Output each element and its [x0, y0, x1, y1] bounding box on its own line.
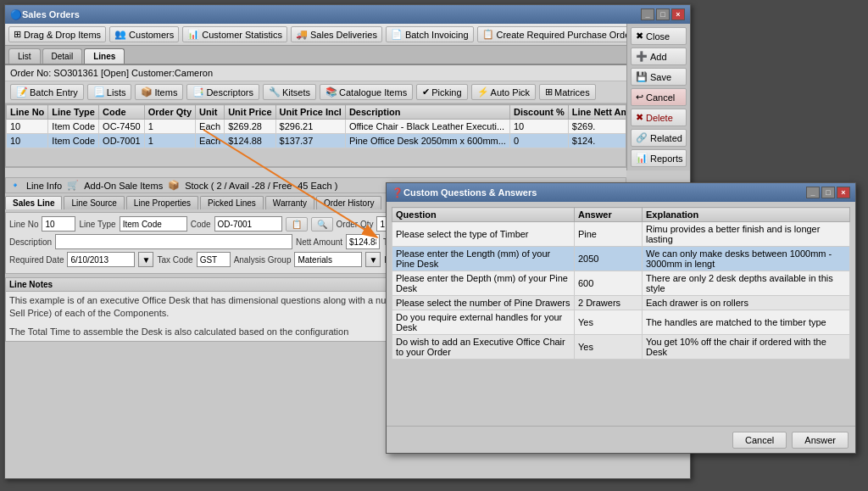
qa-row[interactable]: Please select the number of Pine Drawers…	[392, 296, 850, 310]
qa-row[interactable]: Please enter the Length (mm) of your Pin…	[392, 247, 850, 271]
dialog-title-text: Custom Questions & Answers	[403, 187, 537, 198]
kitsets-btn[interactable]: 🔧 Kitsets	[263, 84, 316, 100]
col-discount[interactable]: Discount %	[509, 105, 568, 120]
maximize-btn[interactable]: □	[656, 8, 670, 20]
tab-lines[interactable]: Lines	[84, 48, 125, 64]
matrices-btn[interactable]: ⊞ Matrices	[539, 84, 596, 100]
add-btn[interactable]: ➕ Add	[631, 47, 687, 65]
qa-row[interactable]: Please select the type of Timber Pine Ri…	[392, 222, 850, 247]
subtab-order-history[interactable]: Order History	[316, 196, 381, 209]
dialog-footer: Cancel Answer	[387, 426, 855, 453]
required-date-input[interactable]	[67, 252, 135, 267]
delete-btn[interactable]: ✖ Delete	[631, 109, 687, 126]
lines-table: Line No Line Type Code Order Qty Unit Un…	[6, 104, 626, 148]
customers-btn[interactable]: 👥 Customers	[109, 26, 179, 42]
dialog-maximize-btn[interactable]: □	[821, 187, 835, 198]
title-bar: 🔵 Sales Orders _ □ ×	[5, 5, 690, 24]
col-explanation[interactable]: Explanation	[642, 208, 849, 222]
code-search-btn[interactable]: 🔍	[311, 217, 333, 232]
close-window-btn[interactable]: ×	[671, 8, 685, 20]
picking-icon: ✔	[422, 86, 430, 98]
toolbar: ⊞ Drag & Drop Items 👥 Customers 📊 Custom…	[5, 24, 626, 46]
col-answer[interactable]: Answer	[574, 208, 642, 222]
line-info-label: 🔹	[9, 180, 21, 191]
line-no-input[interactable]	[42, 216, 75, 232]
dialog-icon: ❓	[392, 187, 403, 198]
required-date-label: Required Date	[9, 255, 64, 265]
analysis-group-btn[interactable]: ▼	[365, 252, 381, 267]
col-question[interactable]: Question	[392, 208, 575, 222]
dialog-title-controls: _ □ ×	[806, 187, 850, 198]
table-row[interactable]: 10 Item Code OD-7001 1 Each $124.88 $137…	[7, 134, 627, 148]
col-line-no[interactable]: Line No	[7, 105, 48, 120]
subtab-line-properties[interactable]: Line Properties	[126, 196, 198, 209]
sales-deliveries-btn[interactable]: 🚚 Sales Deliveries	[291, 26, 382, 42]
table-row[interactable]: 10 Item Code OC-7450 1 Each $269.28 $296…	[7, 120, 627, 134]
drag-drop-btn[interactable]: ⊞ Drag & Drop Items	[8, 26, 106, 42]
subtab-warranty[interactable]: Warranty	[265, 196, 314, 209]
tax-code-input[interactable]	[197, 252, 231, 267]
catalogue-items-btn[interactable]: 📚 Catalogue Items	[320, 84, 413, 100]
dialog-body: Question Answer Explanation Please selec…	[387, 202, 855, 426]
dialog-minimize-btn[interactable]: _	[806, 187, 820, 198]
window-icon: 🔵	[10, 9, 22, 20]
subtab-picked-lines[interactable]: Picked Lines	[200, 196, 264, 209]
code-input[interactable]	[214, 216, 282, 232]
lists-btn[interactable]: 📃 Lists	[87, 84, 132, 100]
dialog-answer-btn[interactable]: Answer	[792, 432, 849, 449]
nett-amount-input[interactable]	[346, 234, 380, 249]
cancel-btn[interactable]: ↩ Cancel	[631, 88, 687, 106]
stats-icon: 📊	[187, 29, 199, 40]
dialog-cancel-btn[interactable]: Cancel	[732, 432, 787, 449]
auto-pick-btn[interactable]: ⚡ Auto Pick	[471, 84, 536, 100]
date-picker-btn[interactable]: ▼	[138, 252, 153, 267]
code-lookup-btn[interactable]: 📋	[286, 217, 308, 232]
items-btn[interactable]: 📦 Items	[135, 84, 183, 100]
save-icon: 💾	[636, 71, 648, 82]
col-line-nett[interactable]: Line Nett Amount	[568, 105, 626, 120]
qa-row[interactable]: Do you require external handles for your…	[392, 310, 850, 335]
tab-bar: List Detail Lines	[5, 46, 626, 65]
custom-questions-dialog: ❓ Custom Questions & Answers _ □ × Quest…	[386, 182, 856, 454]
order-info: Order No: SO301361 [Open] Customer:Camer…	[5, 65, 626, 81]
col-order-qty[interactable]: Order Qty	[144, 105, 195, 120]
batch-invoicing-btn[interactable]: 📄 Batch Invoicing	[386, 26, 474, 42]
picking-btn[interactable]: ✔ Picking	[416, 84, 467, 100]
line-type-label: Line Type	[79, 220, 115, 229]
cancel-icon: ↩	[636, 92, 643, 103]
col-description[interactable]: Description	[345, 105, 509, 120]
tab-detail[interactable]: Detail	[42, 48, 83, 64]
minimize-btn[interactable]: _	[641, 8, 654, 20]
col-unit[interactable]: Unit	[196, 105, 225, 120]
batch-icon: 📄	[391, 29, 403, 40]
description-input[interactable]: Pine Office Desk 2050mm x 600mm with 2 D…	[55, 234, 292, 249]
right-panel: ✖ Close ➕ Add 💾 Save ↩ Cancel ✖ Delete 🔗…	[626, 24, 690, 170]
tax-code-label: Tax Code	[157, 255, 192, 265]
customer-statistics-btn[interactable]: 📊 Customer Statistics	[182, 26, 287, 42]
reports-btn[interactable]: 📊 Reports	[631, 149, 687, 167]
dialog-close-btn[interactable]: ×	[837, 187, 850, 198]
col-code[interactable]: Code	[99, 105, 145, 120]
col-unit-price-incl[interactable]: Unit Price Incl	[275, 105, 345, 120]
batch-entry-btn[interactable]: 📝 Batch Entry	[10, 84, 84, 100]
col-unit-price[interactable]: Unit Price	[225, 105, 275, 120]
tab-list[interactable]: List	[8, 48, 41, 64]
descriptors-btn[interactable]: 📑 Descriptors	[186, 84, 259, 100]
save-btn[interactable]: 💾 Save	[631, 68, 687, 86]
analysis-group-input[interactable]	[294, 252, 362, 267]
subtab-sales-line[interactable]: Sales Line	[5, 196, 62, 209]
subtab-line-source[interactable]: Line Source	[64, 196, 124, 209]
items-icon: 📦	[141, 86, 153, 98]
related-btn[interactable]: 🔗 Related	[631, 129, 687, 147]
add-on-sale-icon: 🛒	[67, 180, 79, 191]
qa-row[interactable]: Please enter the Depth (mm) of your Pine…	[392, 271, 850, 296]
create-purchase-orders-btn[interactable]: 📋 Create Required Purchase Orders	[477, 26, 626, 42]
close-btn[interactable]: ✖ Close	[631, 27, 687, 45]
kitsets-icon: 🔧	[269, 86, 281, 98]
qa-row[interactable]: Do wish to add an Executive Office Chair…	[392, 335, 850, 360]
line-type-input[interactable]	[120, 216, 187, 232]
col-line-type[interactable]: Line Type	[48, 105, 99, 120]
lines-table-container[interactable]: Line No Line Type Code Order Qty Unit Un…	[5, 103, 626, 167]
description-label: Description	[9, 237, 52, 247]
horizontal-scrollbar[interactable]	[5, 167, 626, 177]
